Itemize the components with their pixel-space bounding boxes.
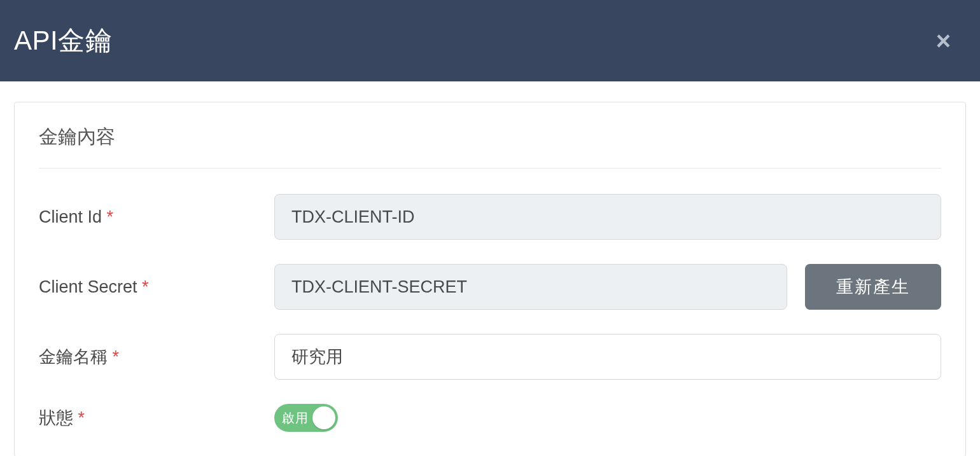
modal-header: API金鑰 × [0, 0, 980, 81]
client-secret-value: TDX-CLIENT-SECRET [274, 264, 787, 310]
key-name-label: 金鑰名稱 * [39, 345, 274, 368]
status-label-text: 狀態 [39, 408, 73, 427]
key-name-input[interactable] [274, 334, 941, 380]
required-marker: * [142, 277, 149, 296]
key-name-row: 金鑰名稱 * [39, 334, 941, 380]
required-marker: * [113, 347, 120, 366]
required-marker: * [107, 207, 114, 226]
section-title: 金鑰內容 [39, 124, 941, 169]
client-secret-label-text: Client Secret [39, 277, 137, 296]
status-toggle-label: 啟用 [282, 410, 309, 427]
close-icon: × [936, 27, 951, 55]
required-marker: * [78, 408, 85, 427]
key-content-card: 金鑰內容 Client Id * TDX-CLIENT-ID Client Se… [14, 102, 966, 456]
regenerate-button[interactable]: 重新產生 [805, 264, 941, 310]
close-button[interactable]: × [932, 25, 955, 56]
client-id-label-text: Client Id [39, 207, 102, 226]
client-secret-row: Client Secret * TDX-CLIENT-SECRET 重新產生 [39, 264, 941, 310]
client-id-value: TDX-CLIENT-ID [274, 194, 941, 240]
modal-title: API金鑰 [14, 23, 112, 59]
status-label: 狀態 * [39, 406, 274, 429]
client-id-row: Client Id * TDX-CLIENT-ID [39, 194, 941, 240]
status-row: 狀態 * 啟用 [39, 404, 941, 432]
key-name-label-text: 金鑰名稱 [39, 347, 108, 366]
client-id-label: Client Id * [39, 207, 274, 227]
toggle-knob [312, 406, 335, 429]
status-toggle[interactable]: 啟用 [274, 404, 338, 432]
client-secret-label: Client Secret * [39, 277, 274, 297]
